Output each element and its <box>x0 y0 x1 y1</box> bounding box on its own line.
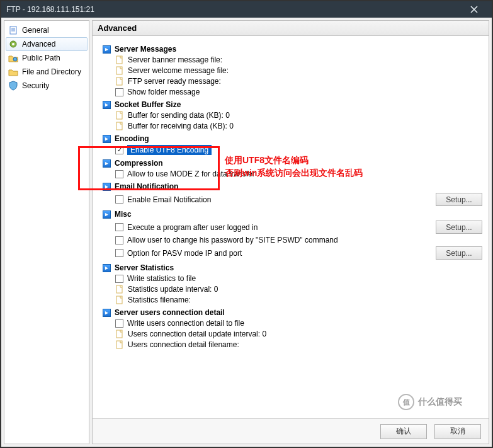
setup-button[interactable]: Setup... <box>436 246 482 260</box>
row-show-folder[interactable]: Show folder message <box>115 88 482 96</box>
checkbox[interactable] <box>115 236 123 244</box>
row-banner-file[interactable]: Server banner message file: <box>115 55 482 64</box>
file-icon <box>115 285 124 294</box>
section-stats: ▸ Server Statistics Write statistics to … <box>99 263 482 304</box>
row-label: Buffer for sending data (KB): 0 <box>128 111 230 120</box>
content-pane: Advanced ▸ Server Messages Server banner… <box>92 20 489 444</box>
close-button[interactable] <box>462 1 487 18</box>
svg-rect-0 <box>10 26 16 34</box>
row-label: Write users connection detail to file <box>127 319 244 328</box>
checkbox[interactable] <box>115 170 123 178</box>
row-execute-program[interactable]: Execute a program after user logged in S… <box>115 221 482 234</box>
expand-icon[interactable]: ▸ <box>103 159 111 168</box>
row-conn-interval[interactable]: Users connection detail update interval:… <box>115 330 482 338</box>
svg-rect-14 <box>116 330 122 338</box>
footer: 确认 取消 <box>93 418 489 444</box>
sidebar-item-label: Public Path <box>22 54 60 62</box>
section-conn-detail: ▸ Server users connection detail Write u… <box>99 308 482 349</box>
row-label: Option for PASV mode IP and port <box>127 249 242 258</box>
row-welcome-file[interactable]: Server welcome message file: <box>115 66 482 75</box>
section-misc: ▸ Misc Execute a program after user logg… <box>99 210 482 260</box>
section-compression: ▸ Compression Allow to use MODE Z for da… <box>99 159 482 178</box>
svg-rect-11 <box>116 122 122 130</box>
checkbox[interactable] <box>115 319 123 328</box>
setup-button[interactable]: Setup... <box>436 193 482 206</box>
svg-rect-10 <box>116 112 122 119</box>
section-title: Encoding <box>115 134 149 143</box>
svg-rect-15 <box>116 341 122 348</box>
content-body: ▸ Server Messages Server banner message … <box>93 36 489 418</box>
row-enable-utf8[interactable]: ✓ Enable UTF8 Encoding <box>115 145 482 155</box>
checkbox[interactable] <box>115 88 123 96</box>
page-icon <box>8 25 18 35</box>
section-email: ▸ Email Notification Enable Email Notifi… <box>99 182 482 206</box>
sidebar-item-public-path[interactable]: Public Path <box>6 51 88 65</box>
svg-rect-12 <box>116 285 122 293</box>
row-label: Show folder message <box>127 88 200 96</box>
row-label: Allow to use MODE Z for data transfer <box>127 169 255 178</box>
svg-rect-13 <box>116 296 122 304</box>
gear-icon <box>8 39 18 49</box>
row-write-stats[interactable]: Write statistics to file <box>115 274 482 283</box>
checkbox[interactable] <box>115 275 123 283</box>
section-socket-buffer: ▸ Socket Buffer Size Buffer for sending … <box>99 100 482 130</box>
section-title: Misc <box>115 210 132 219</box>
section-title: Server Statistics <box>115 263 174 272</box>
setup-button[interactable]: Setup... <box>436 221 482 234</box>
svg-rect-7 <box>116 56 122 64</box>
expand-icon[interactable]: ▸ <box>103 135 111 143</box>
svg-rect-8 <box>116 67 122 74</box>
row-send-buffer[interactable]: Buffer for sending data (KB): 0 <box>115 111 482 120</box>
checkbox[interactable] <box>115 249 123 257</box>
folder-globe-icon <box>8 53 18 63</box>
file-icon <box>115 111 124 120</box>
expand-icon[interactable]: ▸ <box>103 183 111 191</box>
folder-icon <box>8 67 18 77</box>
ok-button[interactable]: 确认 <box>380 424 427 439</box>
row-stats-interval[interactable]: Statistics update interval: 0 <box>115 285 482 294</box>
row-label: FTP server ready message: <box>128 77 221 86</box>
expand-icon[interactable]: ▸ <box>103 101 111 109</box>
row-label: Execute a program after user logged in <box>127 223 258 232</box>
expand-icon[interactable]: ▸ <box>103 45 111 54</box>
checkbox-checked[interactable]: ✓ <box>115 146 123 154</box>
row-stats-filename[interactable]: Statistics filename: <box>115 296 482 304</box>
sidebar-item-label: Advanced <box>22 40 55 49</box>
sidebar-item-label: File and Directory <box>22 67 81 76</box>
file-icon <box>115 296 124 304</box>
row-pasv[interactable]: Option for PASV mode IP and port Setup..… <box>115 246 482 260</box>
shield-icon <box>8 81 18 91</box>
expand-icon[interactable]: ▸ <box>103 210 111 219</box>
svg-rect-9 <box>116 78 122 85</box>
section-title: Email Notification <box>115 182 178 191</box>
file-icon <box>115 55 124 64</box>
checkbox[interactable] <box>115 223 123 231</box>
expand-icon[interactable]: ▸ <box>103 309 111 317</box>
row-label: Users connection detail filename: <box>128 340 239 349</box>
row-label: Buffer for receiving data (KB): 0 <box>128 122 234 130</box>
row-mode-z[interactable]: Allow to use MODE Z for data transfer <box>115 169 482 178</box>
cancel-button[interactable]: 取消 <box>434 424 481 439</box>
expand-icon[interactable]: ▸ <box>103 264 111 272</box>
sidebar-item-advanced[interactable]: Advanced <box>6 37 88 51</box>
sidebar-item-security[interactable]: Security <box>6 79 88 93</box>
svg-point-6 <box>13 57 17 61</box>
row-write-conn[interactable]: Write users connection detail to file <box>115 319 482 328</box>
row-recv-buffer[interactable]: Buffer for receiving data (KB): 0 <box>115 122 482 130</box>
sidebar-item-file-directory[interactable]: File and Directory <box>6 65 88 79</box>
row-ready-message[interactable]: FTP server ready message: <box>115 77 482 86</box>
row-conn-filename[interactable]: Users connection detail filename: <box>115 340 482 349</box>
row-site-pswd[interactable]: Allow user to change his password by "SI… <box>115 236 482 244</box>
content-title: Advanced <box>93 21 489 36</box>
body: General Advanced Public Path File and Di… <box>1 18 492 447</box>
section-title: Compression <box>115 159 163 168</box>
checkbox[interactable] <box>115 195 123 204</box>
sidebar-item-general[interactable]: General <box>6 23 88 37</box>
row-label: Enable UTF8 Encoding <box>127 145 212 155</box>
window-title: FTP - 192.168.111.151:21 <box>6 5 94 14</box>
row-enable-email[interactable]: Enable Email Notification Setup... <box>115 193 482 206</box>
section-encoding: ▸ Encoding ✓ Enable UTF8 Encoding <box>99 134 482 155</box>
row-label: Server welcome message file: <box>128 66 229 75</box>
sidebar-item-label: Security <box>22 81 49 90</box>
row-label: Write statistics to file <box>127 274 196 283</box>
